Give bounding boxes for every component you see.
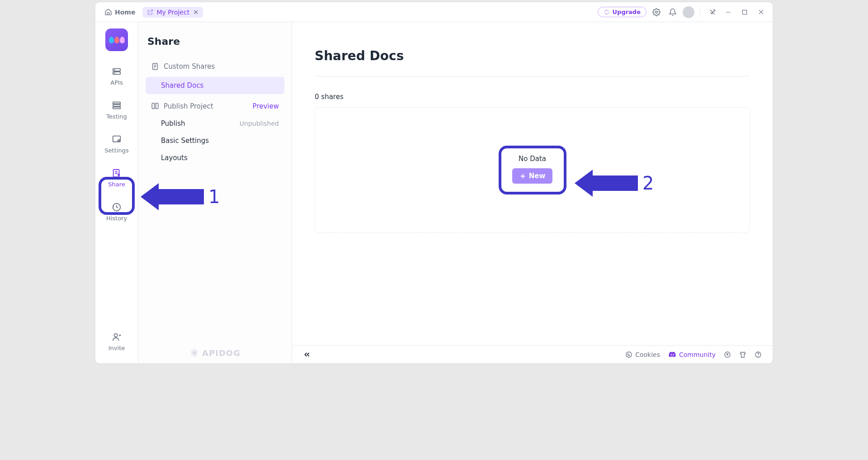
- community-label: Community: [679, 351, 716, 358]
- help-button[interactable]: [755, 351, 762, 358]
- chevrons-left-icon: [303, 351, 311, 359]
- rail-apis[interactable]: APIs: [95, 60, 138, 92]
- maximize-icon: [741, 9, 748, 15]
- invite-icon: [112, 332, 122, 342]
- new-button[interactable]: New: [512, 168, 553, 184]
- annotation-arrow-1: 1: [141, 183, 220, 210]
- settings-icon-button[interactable]: [650, 6, 663, 19]
- annotation-arrow-2: 2: [575, 170, 654, 197]
- annotation-highlight-share: [99, 177, 135, 215]
- sidebar-publish-project-label: Publish Project: [164, 102, 213, 110]
- home-button[interactable]: Home: [101, 6, 139, 18]
- page-title: Shared Docs: [315, 48, 750, 63]
- window-close-button[interactable]: [755, 6, 767, 19]
- sidebar-shared-docs[interactable]: Shared Docs: [146, 77, 284, 94]
- rail-apis-label: APIs: [110, 79, 123, 86]
- help-icon: [755, 351, 762, 358]
- bell-icon: [669, 8, 677, 16]
- bottombar: Cookies Community: [292, 345, 773, 363]
- sidebar-publish-label: Publish: [161, 119, 185, 128]
- close-icon: [758, 9, 764, 15]
- discord-icon: [668, 351, 676, 359]
- svg-point-22: [758, 356, 759, 356]
- annotation-num-1: 1: [208, 186, 220, 207]
- new-button-label: New: [529, 172, 546, 180]
- rail-testing[interactable]: Testing: [95, 94, 138, 126]
- plus-icon: [519, 173, 526, 180]
- sidebar-shared-docs-label: Shared Docs: [161, 81, 203, 90]
- no-data-card: No Data New: [499, 146, 566, 194]
- svg-rect-1: [742, 10, 746, 14]
- upload-icon: [724, 351, 731, 358]
- collapse-sidebar-button[interactable]: [303, 351, 311, 359]
- rail-history-label: History: [106, 215, 127, 222]
- shares-count: 0 shares: [315, 93, 750, 101]
- maximize-button[interactable]: [738, 6, 751, 19]
- home-label: Home: [115, 9, 135, 16]
- settings-icon: [112, 134, 122, 144]
- feedback-button[interactable]: [739, 351, 746, 358]
- upgrade-label: Upgrade: [613, 9, 641, 15]
- gear-icon: [652, 8, 660, 16]
- cookies-button[interactable]: Cookies: [625, 351, 660, 358]
- sidebar-title: Share: [147, 36, 284, 47]
- svg-point-0: [656, 11, 658, 13]
- brand-icon: [189, 348, 199, 358]
- minimize-icon: [725, 9, 731, 15]
- svg-point-16: [626, 352, 632, 357]
- rail-invite[interactable]: Invite: [95, 326, 138, 363]
- svg-point-5: [114, 73, 115, 73]
- empty-state-box: No Data New: [315, 107, 750, 233]
- pin-button[interactable]: [706, 6, 718, 19]
- cookies-label: Cookies: [635, 351, 660, 358]
- divider: [700, 8, 700, 17]
- cookie-icon: [625, 351, 632, 358]
- sidebar-custom-shares-label: Custom Shares: [164, 62, 215, 71]
- active-tab[interactable]: My Project ✕: [142, 7, 203, 18]
- brand-mark: APIDOG: [138, 348, 292, 358]
- svg-rect-8: [113, 107, 121, 109]
- external-link-icon: [147, 9, 154, 15]
- notifications-button[interactable]: [666, 6, 679, 19]
- annotation-num-2: 2: [642, 173, 654, 194]
- shirt-icon: [739, 351, 746, 358]
- rail-testing-label: Testing: [106, 113, 127, 120]
- sidebar-publish-project[interactable]: Publish Project Preview: [146, 98, 284, 115]
- svg-point-19: [628, 355, 628, 356]
- upgrade-button[interactable]: Upgrade: [598, 7, 646, 17]
- testing-icon: [112, 100, 122, 110]
- publish-status: Unpublished: [240, 120, 279, 127]
- svg-point-17: [627, 354, 628, 354]
- book-icon: [151, 102, 159, 110]
- svg-point-18: [629, 355, 630, 355]
- svg-point-13: [114, 334, 118, 337]
- main-panel: Shared Docs 0 shares No Data New: [292, 22, 773, 363]
- sidebar-layouts-label: Layouts: [161, 154, 188, 162]
- brand-text: APIDOG: [202, 348, 241, 358]
- app-logo[interactable]: [105, 28, 128, 51]
- avatar[interactable]: [683, 6, 694, 18]
- hr: [315, 76, 750, 76]
- sidebar-basic-settings-label: Basic Settings: [161, 137, 209, 145]
- no-data-text: No Data: [519, 155, 546, 163]
- sidebar-publish[interactable]: Publish Unpublished: [146, 115, 284, 132]
- svg-point-4: [114, 70, 115, 70]
- upload-button[interactable]: [724, 351, 731, 358]
- tab-close-button[interactable]: ✕: [192, 9, 199, 16]
- community-button[interactable]: Community: [668, 351, 716, 359]
- apis-icon: [112, 66, 122, 76]
- home-icon: [104, 8, 112, 16]
- pin-icon: [708, 8, 716, 16]
- svg-rect-6: [113, 102, 121, 104]
- preview-link[interactable]: Preview: [253, 102, 279, 110]
- svg-point-15: [193, 351, 196, 354]
- sidebar-layouts[interactable]: Layouts: [146, 149, 284, 166]
- rail-settings[interactable]: Settings: [95, 128, 138, 160]
- document-share-icon: [151, 62, 159, 71]
- sidebar-basic-settings[interactable]: Basic Settings: [146, 132, 284, 149]
- topbar: Home My Project ✕ Upgrade: [95, 2, 773, 22]
- sidebar-custom-shares[interactable]: Custom Shares: [146, 58, 284, 75]
- svg-rect-7: [113, 104, 121, 106]
- tab-label: My Project: [156, 9, 189, 16]
- minimize-button[interactable]: [722, 6, 735, 19]
